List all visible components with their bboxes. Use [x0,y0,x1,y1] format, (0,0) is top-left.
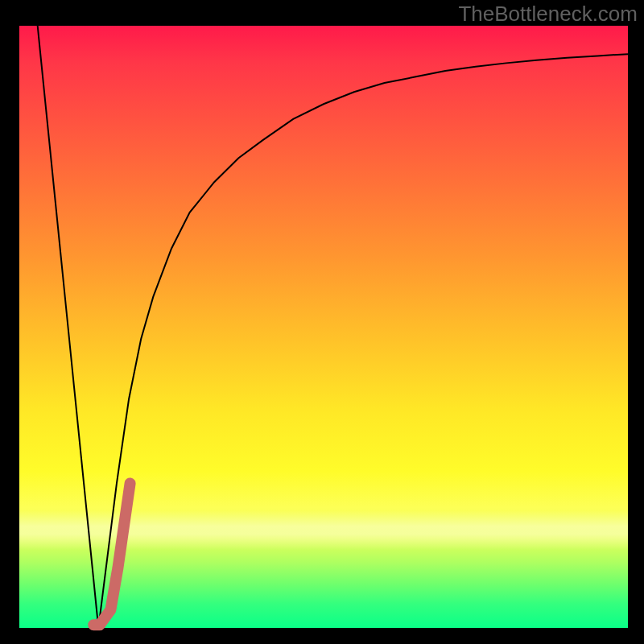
watermark-text: TheBottleneck.com [458,2,638,27]
salmon-hook [93,483,130,625]
curve-layer [19,26,628,628]
plot-area [19,26,628,628]
chart-container: TheBottleneck.com [0,0,644,644]
